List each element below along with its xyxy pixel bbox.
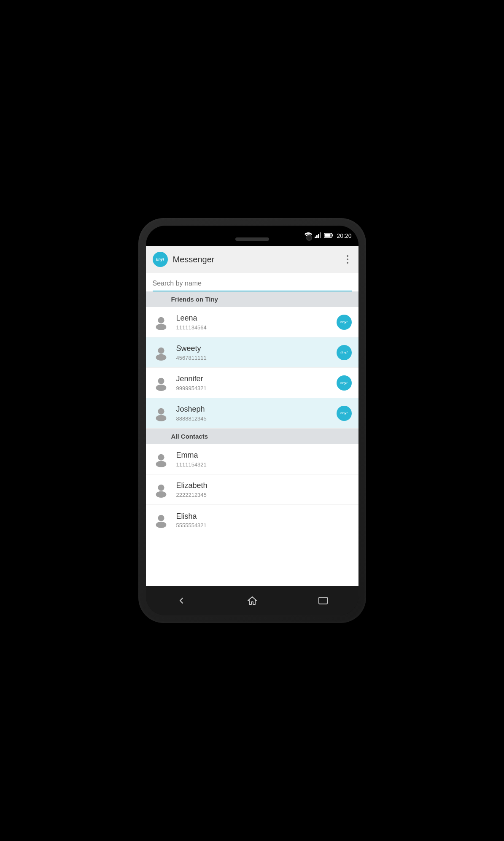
list-item[interactable]: Emma 1111154321	[146, 444, 358, 474]
svg-point-8	[156, 323, 166, 330]
svg-rect-5	[332, 234, 333, 236]
tiny-badge: tiny!	[337, 315, 352, 330]
svg-marker-21	[248, 597, 256, 604]
contact-phone: 4567811111	[176, 355, 337, 361]
avatar	[153, 481, 170, 498]
contact-phone: 8888812345	[176, 415, 337, 422]
menu-dot-2	[347, 259, 348, 260]
svg-rect-3	[320, 232, 321, 238]
contact-name: Sweety	[176, 344, 337, 353]
contact-name: Leena	[176, 313, 337, 323]
tiny-badge-label: tiny!	[340, 320, 348, 324]
svg-point-15	[158, 454, 164, 460]
search-input[interactable]	[153, 276, 352, 291]
list-item[interactable]: Sweety 4567811111 tiny!	[146, 337, 358, 368]
svg-rect-0	[315, 237, 316, 238]
contact-phone: 1111134564	[176, 324, 337, 331]
tiny-badge-label: tiny!	[340, 411, 348, 415]
tiny-badge-label: tiny!	[340, 381, 348, 385]
svg-point-11	[158, 377, 164, 384]
contact-name: Emma	[176, 450, 352, 460]
app-title: Messenger	[173, 255, 343, 264]
svg-point-18	[156, 491, 166, 497]
contact-info: Jennifer 9999954321	[176, 374, 337, 391]
svg-point-9	[158, 347, 164, 353]
contact-list: Friends on Tiny Leena 1111134564 tiny!	[146, 291, 358, 586]
contact-info: Leena 1111134564	[176, 313, 337, 330]
home-button[interactable]	[242, 590, 263, 611]
list-item[interactable]: Elizabeth 2222212345	[146, 474, 358, 505]
menu-dot-3	[347, 262, 348, 264]
contact-name: Jennifer	[176, 374, 337, 384]
menu-button[interactable]	[343, 252, 352, 267]
avatar	[153, 512, 170, 528]
recent-button[interactable]	[313, 590, 334, 611]
app-logo: tiny!	[153, 252, 168, 267]
list-item[interactable]: Josheph 8888812345 tiny!	[146, 398, 358, 429]
phone-screen: 20:20 tiny! Messenger Friends on Tiny	[146, 226, 358, 615]
section-header-all: All Contacts	[146, 429, 358, 444]
signal-icon	[315, 232, 321, 240]
avatar	[153, 405, 170, 422]
contact-info: Emma 1111154321	[176, 450, 352, 467]
svg-point-20	[156, 522, 166, 528]
contact-info: Josheph 8888812345	[176, 404, 337, 421]
svg-point-17	[158, 484, 164, 491]
phone-device: 20:20 tiny! Messenger Friends on Tiny	[138, 218, 366, 623]
svg-point-12	[156, 384, 166, 391]
time-display: 20:20	[337, 232, 351, 239]
svg-point-14	[156, 415, 166, 421]
battery-icon	[324, 233, 333, 239]
menu-dot-1	[347, 255, 348, 257]
search-bar	[146, 273, 358, 291]
contact-phone: 2222212345	[176, 492, 352, 498]
list-item[interactable]: Elisha 5555554321	[146, 505, 358, 535]
svg-point-13	[158, 408, 164, 414]
contact-name: Elizabeth	[176, 481, 352, 491]
svg-rect-22	[319, 597, 327, 604]
nav-bar	[146, 586, 358, 615]
speaker	[235, 237, 269, 241]
avatar	[153, 375, 170, 391]
contact-phone: 5555554321	[176, 522, 352, 528]
status-bar: 20:20	[146, 226, 358, 246]
section-header-friends: Friends on Tiny	[146, 291, 358, 307]
svg-point-7	[158, 317, 164, 323]
svg-point-19	[158, 515, 164, 521]
camera	[306, 235, 312, 241]
tiny-badge-label: tiny!	[340, 350, 348, 354]
contact-info: Elisha 5555554321	[176, 512, 352, 528]
list-item[interactable]: Jennifer 9999954321 tiny!	[146, 368, 358, 398]
app-bar: tiny! Messenger	[146, 246, 358, 273]
svg-point-10	[156, 354, 166, 360]
svg-rect-1	[316, 235, 318, 238]
svg-rect-2	[318, 234, 319, 238]
contact-info: Elizabeth 2222212345	[176, 481, 352, 498]
back-button[interactable]	[171, 590, 192, 611]
contact-info: Sweety 4567811111	[176, 344, 337, 361]
avatar	[153, 451, 170, 468]
tiny-badge: tiny!	[337, 345, 352, 360]
tiny-badge: tiny!	[337, 406, 352, 421]
contact-phone: 1111154321	[176, 461, 352, 468]
avatar	[153, 314, 170, 331]
contact-name: Josheph	[176, 404, 337, 414]
contact-phone: 9999954321	[176, 385, 337, 391]
svg-point-16	[156, 461, 166, 467]
list-item[interactable]: Leena 1111134564 tiny!	[146, 307, 358, 337]
tiny-badge: tiny!	[337, 375, 352, 391]
svg-rect-6	[325, 234, 331, 237]
contact-name: Elisha	[176, 512, 352, 521]
logo-text: tiny!	[156, 257, 164, 261]
avatar	[153, 344, 170, 361]
